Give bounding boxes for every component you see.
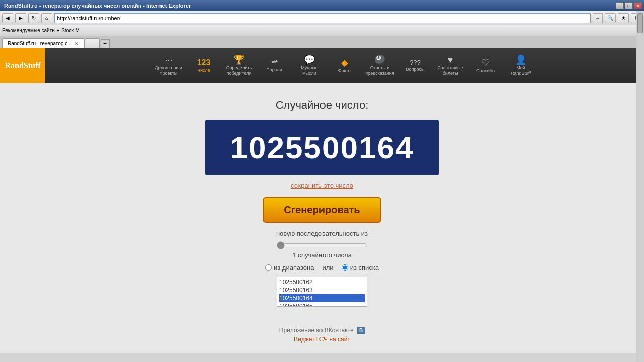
scrollbar[interactable] bbox=[636, 11, 644, 362]
stock-m-link[interactable]: Stock-M bbox=[61, 28, 80, 33]
nav-other-projects[interactable]: ··· Другие нашипроекты bbox=[151, 48, 186, 83]
radio-from-list[interactable] bbox=[342, 264, 348, 271]
nav-predictions[interactable]: 🎱 Ответы ипредсказания bbox=[362, 48, 397, 83]
vk-app-text: Приложение во ВКонтакте bbox=[279, 327, 354, 334]
radio-from-list-label[interactable]: из списка bbox=[342, 264, 379, 272]
save-number-link[interactable]: сохранить это число bbox=[291, 182, 353, 189]
count-label: 1 случайного числа bbox=[292, 251, 352, 259]
brand-logo[interactable]: RandStuff bbox=[0, 48, 45, 83]
site-navigation: RandStuff ··· Другие нашипроекты 123 Чис… bbox=[0, 48, 644, 83]
refresh-button[interactable]: ↻ bbox=[28, 13, 39, 23]
trophy-icon: 🏆 bbox=[233, 55, 245, 64]
brand-text: RandStuff bbox=[5, 61, 40, 70]
search-button[interactable]: 🔍 bbox=[605, 13, 616, 23]
facts-icon: ◆ bbox=[341, 58, 348, 67]
random-number-display: 1025500164 bbox=[205, 120, 439, 175]
nav-label-my: МойRandStuff bbox=[511, 65, 531, 76]
page-title: Случайное число: bbox=[276, 99, 369, 112]
list-item[interactable]: 1025500165 bbox=[279, 302, 365, 307]
nav-label-facts: Факты bbox=[338, 68, 351, 74]
nav-wisdom[interactable]: 💬 Мудрыемысли bbox=[292, 48, 327, 83]
radio-from-range-label[interactable]: из диапазона bbox=[265, 264, 314, 272]
tab-randstuff[interactable]: RandStuff.ru - генератор с... ✕ bbox=[2, 38, 85, 48]
tab-close-icon[interactable]: ✕ bbox=[75, 41, 79, 46]
browser-content: RandStuff ··· Другие нашипроекты 123 Чис… bbox=[0, 48, 644, 362]
vk-app-row: Приложение во ВКонтакте B bbox=[10, 327, 634, 334]
thanks-icon: ♡ bbox=[481, 58, 490, 67]
nav-label-wisdom: Мудрыемысли bbox=[301, 65, 318, 76]
nav-my-randstuff[interactable]: 👤 МойRandStuff bbox=[503, 48, 538, 83]
nav-lucky-tickets[interactable]: ♥ Счастливыебилеты bbox=[433, 48, 468, 83]
tab-bar: RandStuff.ru - генератор с... ✕ + bbox=[0, 36, 644, 48]
vk-icon: B bbox=[357, 327, 365, 334]
address-bar[interactable] bbox=[54, 13, 591, 23]
nav-numbers[interactable]: 123 Числа bbox=[186, 48, 221, 83]
sequence-label: новую последовательность из bbox=[276, 230, 368, 237]
browser-toolbar: ◀ ▶ ↻ ⌂ → 🔍 ★ ⚙ bbox=[0, 11, 644, 25]
nav-questions[interactable]: ??? Вопросы bbox=[397, 48, 433, 83]
widget-link-row: Виджет ГСЧ на сайт bbox=[10, 336, 634, 343]
home-button[interactable]: ⌂ bbox=[41, 13, 52, 23]
wisdom-icon: 💬 bbox=[304, 55, 315, 64]
slider-container bbox=[277, 241, 367, 249]
profile-icon: 👤 bbox=[515, 55, 526, 64]
tab-empty[interactable] bbox=[85, 38, 100, 48]
widget-link[interactable]: Виджет ГСЧ на сайт bbox=[294, 336, 350, 343]
nav-label-winner: Определитьпобедителя bbox=[226, 65, 252, 76]
window-titlebar: RandStuff.ru - генератор случайных чисел… bbox=[0, 0, 644, 11]
go-button[interactable]: → bbox=[593, 13, 603, 23]
recommended-sites[interactable]: Рекомендуемые сайты ▾ bbox=[2, 28, 59, 33]
number-listbox[interactable]: 1025500162 1025500163 1025500164 1025500… bbox=[277, 277, 367, 307]
other-projects-icon: ··· bbox=[165, 55, 172, 64]
nav-label-numbers: Числа bbox=[197, 68, 210, 73]
forward-button[interactable]: ▶ bbox=[15, 13, 26, 23]
predictions-icon: 🎱 bbox=[374, 55, 385, 64]
nav-label-other: Другие нашипроекты bbox=[155, 65, 182, 76]
nav-items-container: ··· Другие нашипроекты 123 Числа 🏆 Опред… bbox=[45, 48, 644, 83]
scroll-thumb[interactable] bbox=[637, 13, 643, 33]
favorites-toolbar: Рекомендуемые сайты ▾ Stock-M bbox=[0, 25, 644, 36]
close-button[interactable]: ✕ bbox=[634, 2, 642, 9]
numbers-icon: 123 bbox=[197, 59, 211, 67]
nav-passwords[interactable]: *** Пароли bbox=[257, 48, 292, 83]
password-icon: *** bbox=[272, 59, 277, 66]
site-footer: Приложение во ВКонтакте B Виджет ГСЧ на … bbox=[0, 317, 644, 353]
nav-label-predictions: Ответы ипредсказания bbox=[365, 65, 394, 76]
back-button[interactable]: ◀ bbox=[2, 13, 13, 23]
questions-icon: ??? bbox=[410, 59, 421, 66]
nav-label-thanks: Спасибо bbox=[476, 68, 495, 74]
list-item[interactable]: 1025500162 bbox=[279, 278, 365, 286]
maximize-button[interactable]: □ bbox=[625, 2, 633, 9]
list-item-selected[interactable]: 1025500164 bbox=[279, 294, 365, 302]
nav-facts[interactable]: ◆ Факты bbox=[327, 48, 362, 83]
count-slider[interactable] bbox=[277, 241, 367, 249]
nav-label-questions: Вопросы bbox=[406, 67, 425, 72]
generate-button[interactable]: Сгенерировать bbox=[263, 197, 381, 223]
new-tab-button[interactable]: + bbox=[101, 39, 110, 48]
nav-thanks[interactable]: ♡ Спасибо bbox=[468, 48, 503, 83]
nav-winner[interactable]: 🏆 Определитьпобедителя bbox=[221, 48, 257, 83]
minimize-button[interactable]: _ bbox=[616, 2, 624, 9]
radio-row: из диапазона или из списка bbox=[265, 264, 379, 272]
tab-label: RandStuff.ru - генератор с... bbox=[8, 41, 72, 46]
nav-label-passwords: Пароли bbox=[266, 67, 282, 73]
list-item[interactable]: 1025500163 bbox=[279, 286, 365, 294]
lucky-icon: ♥ bbox=[448, 55, 453, 64]
site-main: Случайное число: 1025500164 сохранить эт… bbox=[0, 83, 644, 317]
nav-label-lucky: Счастливыебилеты bbox=[437, 65, 463, 76]
favorites-button[interactable]: ★ bbox=[618, 13, 629, 23]
radio-from-range[interactable] bbox=[265, 264, 272, 271]
window-title: RandStuff.ru - генератор случайных чисел… bbox=[4, 3, 191, 9]
window-controls: _ □ ✕ bbox=[616, 2, 642, 9]
